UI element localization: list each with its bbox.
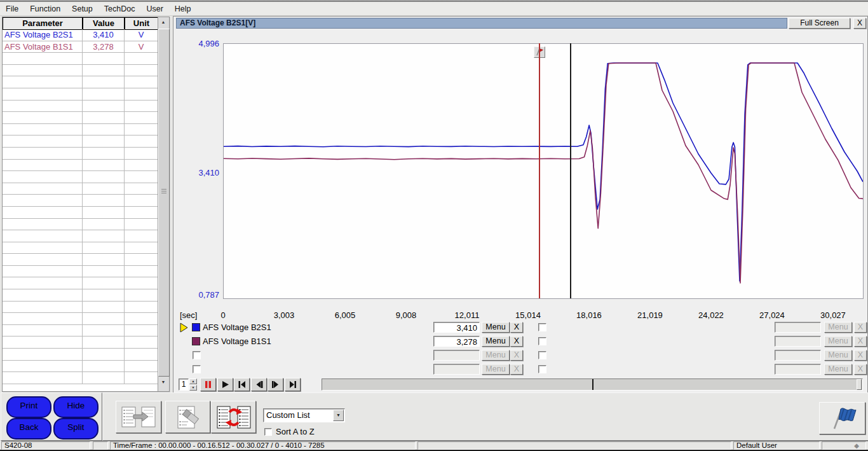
flag-button[interactable] xyxy=(819,402,865,434)
table-row[interactable] xyxy=(3,289,158,302)
hide-button[interactable]: Hide xyxy=(53,396,98,418)
column-header-unit[interactable]: Unit xyxy=(125,17,158,29)
erase-list-button[interactable] xyxy=(165,401,210,433)
timeline-track[interactable] xyxy=(322,378,863,391)
x-tick-label: 9,008 xyxy=(396,310,417,320)
series-line-0 xyxy=(224,63,863,281)
table-row[interactable] xyxy=(3,148,158,160)
series-value-input[interactable]: 3,278 xyxy=(433,336,480,347)
table-row[interactable] xyxy=(3,135,158,148)
series-checkbox[interactable] xyxy=(538,323,546,331)
table-row[interactable] xyxy=(3,112,158,124)
right-value-input xyxy=(775,322,821,333)
sort-a-to-z-checkbox[interactable] xyxy=(264,428,272,436)
chart-close-button[interactable]: X xyxy=(853,18,866,29)
table-row[interactable] xyxy=(3,230,158,242)
series-close-button[interactable]: X xyxy=(510,336,523,347)
nav-button-panel: Print Hide Back Split xyxy=(1,392,102,441)
swap-lists-button[interactable] xyxy=(211,401,256,433)
table-cell xyxy=(125,337,158,349)
table-row[interactable] xyxy=(3,277,158,289)
table-row[interactable] xyxy=(3,195,158,207)
marker-flag-cursor[interactable] xyxy=(539,43,540,298)
frame-spin-down-icon[interactable]: ▼ xyxy=(189,385,197,391)
print-button[interactable]: Print xyxy=(6,396,51,418)
menu-item-setup[interactable]: Setup xyxy=(66,3,98,15)
table-row[interactable] xyxy=(3,124,158,136)
table-cell xyxy=(83,277,125,289)
series-checkbox[interactable] xyxy=(538,365,546,373)
table-cell xyxy=(3,302,83,314)
table-cell xyxy=(125,313,158,325)
list-mode-dropdown[interactable]: Custom List ▼ xyxy=(263,408,345,422)
x-axis-unit-label: [sec] xyxy=(180,310,197,320)
table-row[interactable] xyxy=(3,101,158,113)
table-row[interactable]: AFS Voltage B2S13,410V xyxy=(3,29,158,41)
status-empty-2 xyxy=(417,441,731,450)
series-menu-button[interactable]: Menu xyxy=(482,322,510,333)
table-row[interactable] xyxy=(3,65,158,77)
menu-item-techdoc[interactable]: TechDoc xyxy=(98,3,141,15)
table-row[interactable] xyxy=(3,219,158,231)
table-row[interactable] xyxy=(3,88,158,101)
series-slot-checkbox[interactable] xyxy=(193,365,201,373)
skip-to-start-button[interactable] xyxy=(234,378,250,391)
menu-item-help[interactable]: Help xyxy=(169,3,197,15)
table-row[interactable] xyxy=(3,266,158,278)
table-row[interactable] xyxy=(3,349,158,361)
table-row[interactable] xyxy=(3,207,158,219)
series-menu-button[interactable]: Menu xyxy=(482,336,510,347)
series-value-input[interactable]: 3,410 xyxy=(433,322,480,333)
table-cell xyxy=(83,135,125,148)
plot-area[interactable] xyxy=(223,43,864,299)
step-forward-button[interactable] xyxy=(268,378,283,391)
table-row[interactable] xyxy=(3,53,158,65)
table-row[interactable] xyxy=(3,313,158,325)
menu-item-user[interactable]: User xyxy=(140,3,168,15)
series-close-button: X xyxy=(510,350,523,361)
back-button[interactable]: Back xyxy=(6,418,51,440)
series-checkbox[interactable] xyxy=(538,337,546,345)
menu-item-function[interactable]: Function xyxy=(24,3,66,15)
table-row[interactable] xyxy=(3,372,158,384)
timeline-handle[interactable] xyxy=(857,379,862,390)
table-row[interactable] xyxy=(3,302,158,314)
column-header-value[interactable]: Value xyxy=(83,17,125,29)
table-row[interactable] xyxy=(3,183,158,195)
menu-item-file[interactable]: File xyxy=(0,3,24,15)
frame-spin-up-icon[interactable]: ▲ xyxy=(189,378,197,384)
table-row[interactable] xyxy=(3,242,158,254)
column-header-parameter[interactable]: Parameter xyxy=(3,17,83,29)
table-cell xyxy=(125,101,158,113)
scroll-up-icon[interactable]: ▲ xyxy=(158,17,168,28)
table-row[interactable]: AFS Voltage B1S13,278V xyxy=(3,41,158,53)
scrollbar-grip-icon xyxy=(161,189,166,193)
split-button[interactable]: Split xyxy=(53,418,98,440)
skip-to-end-button[interactable] xyxy=(285,378,301,391)
chevron-down-icon[interactable]: ▼ xyxy=(333,410,344,421)
scrollbar-thumb[interactable] xyxy=(158,29,170,377)
table-row[interactable] xyxy=(3,325,158,337)
table-row[interactable] xyxy=(3,76,158,88)
pause-icon xyxy=(203,380,213,389)
table-row[interactable] xyxy=(3,160,158,172)
pause-button[interactable] xyxy=(200,378,216,391)
table-cell xyxy=(3,313,83,325)
series-slot-checkbox[interactable] xyxy=(193,351,201,359)
table-row[interactable] xyxy=(3,171,158,183)
step-back-button[interactable] xyxy=(251,378,267,391)
table-row[interactable] xyxy=(3,361,158,373)
table-row[interactable] xyxy=(3,337,158,349)
series-value-input xyxy=(433,364,480,375)
scroll-down-icon[interactable]: ▼ xyxy=(158,377,168,388)
copy-list-button[interactable] xyxy=(116,401,161,433)
full-screen-button[interactable]: Full Screen xyxy=(789,18,850,29)
table-scrollbar[interactable]: ▲ ▼ xyxy=(158,17,169,391)
current-position-cursor[interactable] xyxy=(570,43,571,298)
series-label: AFS Voltage B2S1 xyxy=(203,323,271,332)
series-close-button[interactable]: X xyxy=(510,322,523,333)
play-button[interactable] xyxy=(217,378,233,391)
frame-number-input[interactable]: 1 xyxy=(179,378,189,391)
series-checkbox[interactable] xyxy=(538,351,546,359)
table-row[interactable] xyxy=(3,254,158,266)
